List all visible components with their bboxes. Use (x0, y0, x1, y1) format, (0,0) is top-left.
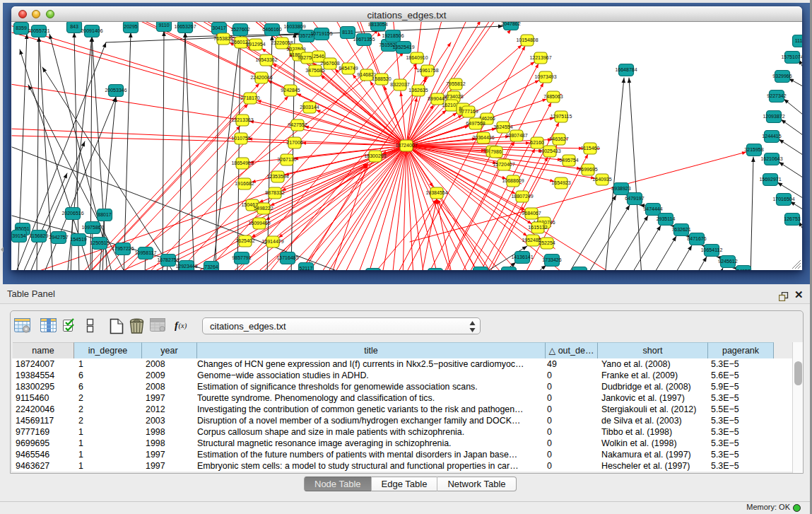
svg-text:1010755: 1010755 (231, 136, 250, 141)
svg-text:19218506: 19218506 (382, 33, 404, 38)
svg-text:9110: 9110 (158, 23, 169, 28)
svg-text:126753: 126753 (784, 216, 800, 221)
svg-text:15716485: 15716485 (276, 255, 298, 260)
svg-text:7625402: 7625402 (235, 238, 254, 243)
svg-text:843: 843 (70, 24, 78, 29)
svg-text:1527602: 1527602 (230, 27, 249, 32)
svg-text:3624554: 3624554 (493, 124, 512, 129)
svg-text:10025433: 10025433 (539, 148, 560, 153)
svg-text:22420046: 22420046 (250, 75, 272, 80)
svg-text:2803144: 2803144 (300, 105, 319, 110)
svg-text:16782759: 16782759 (157, 257, 179, 262)
svg-text:18640910: 18640910 (406, 55, 428, 60)
svg-text:15692971: 15692971 (759, 177, 781, 182)
svg-text:88017: 88017 (98, 212, 112, 217)
svg-text:7955812: 7955812 (446, 81, 465, 86)
svg-text:10543362: 10543362 (255, 57, 277, 62)
svg-text:3215958: 3215958 (744, 147, 763, 152)
svg-text:12093872: 12093872 (763, 114, 784, 119)
svg-text:9227342: 9227342 (767, 93, 786, 98)
svg-text:8471676: 8471676 (687, 236, 706, 241)
svg-text:20091406: 20091406 (81, 28, 102, 33)
svg-text:10975867: 10975867 (81, 225, 103, 230)
svg-text:10719155: 10719155 (310, 31, 332, 36)
svg-text:73264: 73264 (204, 264, 218, 269)
svg-text:20053346: 20053346 (105, 88, 126, 93)
svg-text:30417: 30417 (212, 25, 226, 30)
svg-text:3267130: 3267130 (277, 157, 296, 162)
svg-text:15720407: 15720407 (493, 162, 514, 167)
svg-text:18654963: 18654963 (231, 160, 253, 165)
svg-text:1733426: 1733426 (542, 257, 561, 262)
svg-text:18807249: 18807249 (511, 194, 533, 199)
svg-text:10973493: 10973493 (534, 74, 556, 79)
svg-text:18300295: 18300295 (364, 153, 386, 158)
svg-text:9242845: 9242845 (281, 88, 300, 93)
svg-text:52117: 52117 (300, 266, 313, 270)
svg-text:9857791: 9857791 (232, 255, 251, 260)
svg-text:9463627: 9463627 (549, 136, 568, 141)
svg-text:9699695: 9699695 (578, 167, 597, 172)
svg-text:17957225: 17957225 (112, 246, 134, 251)
svg-text:16210643: 16210643 (760, 156, 782, 161)
svg-text:16648784: 16648784 (615, 67, 637, 72)
svg-text:1640935: 1640935 (592, 177, 611, 182)
svg-text:9427552: 9427552 (288, 122, 307, 127)
svg-text:20364436: 20364436 (472, 135, 494, 140)
svg-text:8938923: 8938923 (611, 186, 630, 191)
svg-text:7485063: 7485063 (543, 94, 563, 99)
svg-text:84957: 84957 (736, 269, 751, 270)
svg-text:1654923: 1654923 (551, 180, 570, 185)
svg-text:10654112: 10654112 (701, 247, 723, 252)
svg-text:12213363: 12213363 (231, 117, 253, 122)
svg-text:1916682: 1916682 (235, 181, 254, 186)
svg-text:9329966: 9329966 (772, 74, 792, 78)
svg-text:2967608: 2967608 (320, 61, 339, 66)
svg-text:1117: 1117 (795, 38, 802, 43)
svg-text:217006: 217006 (286, 140, 302, 145)
svg-text:10653267: 10653267 (174, 24, 196, 29)
svg-text:3475685: 3475685 (305, 68, 324, 73)
svg-text:17016504: 17016504 (772, 197, 794, 201)
svg-text:39154: 39154 (12, 233, 26, 238)
svg-text:6497568: 6497568 (466, 121, 485, 126)
svg-text:7653822: 7653822 (213, 36, 233, 41)
svg-text:2935114: 2935114 (657, 216, 676, 221)
svg-text:1250515: 1250515 (90, 240, 109, 245)
svg-text:18724007: 18724007 (395, 143, 417, 148)
svg-text:5498222: 5498222 (254, 206, 273, 211)
svg-text:10807487: 10807487 (505, 133, 527, 138)
svg-text:16033809: 16033809 (283, 24, 305, 29)
svg-text:2718170: 2718170 (240, 95, 259, 100)
svg-text:8878332: 8878332 (265, 190, 284, 195)
svg-text:9115460: 9115460 (581, 146, 600, 151)
svg-text:5495754: 5495754 (559, 158, 578, 163)
svg-text:6479197: 6479197 (625, 196, 644, 201)
svg-text:9684067: 9684067 (522, 211, 541, 216)
svg-text:12923448: 12923448 (175, 264, 197, 269)
svg-text:1615132: 1615132 (528, 225, 547, 230)
svg-text:6466160: 6466160 (262, 27, 281, 32)
svg-text:(x): (x) (179, 322, 187, 330)
svg-text:20055721: 20055721 (28, 28, 49, 33)
svg-text:8131: 8131 (342, 30, 353, 35)
svg-text:7632621: 7632621 (671, 227, 690, 232)
svg-text:23226058: 23226058 (271, 40, 293, 45)
svg-text:14136141: 14136141 (511, 255, 533, 259)
svg-text:8912954: 8912954 (246, 42, 265, 47)
svg-text:19384554: 19384554 (425, 190, 447, 195)
svg-text:8359: 8359 (16, 25, 27, 30)
svg-text:2942757: 2942757 (49, 235, 68, 240)
svg-text:1156829: 1156829 (30, 233, 49, 238)
svg-text:20206516: 20206516 (61, 211, 83, 216)
svg-text:1362635: 1362635 (408, 88, 428, 93)
svg-text:12213967: 12213967 (529, 55, 551, 60)
svg-text:12353594: 12353594 (266, 174, 288, 179)
svg-text:10958117: 10958117 (135, 250, 157, 255)
svg-text:8813054: 8813054 (368, 22, 387, 27)
svg-text:7986: 7986 (490, 149, 502, 154)
svg-text:15751074: 15751074 (781, 54, 802, 59)
svg-text:16099469: 16099469 (248, 221, 270, 226)
svg-text:62160: 62160 (530, 140, 544, 145)
svg-text:9777169: 9777169 (459, 109, 478, 114)
